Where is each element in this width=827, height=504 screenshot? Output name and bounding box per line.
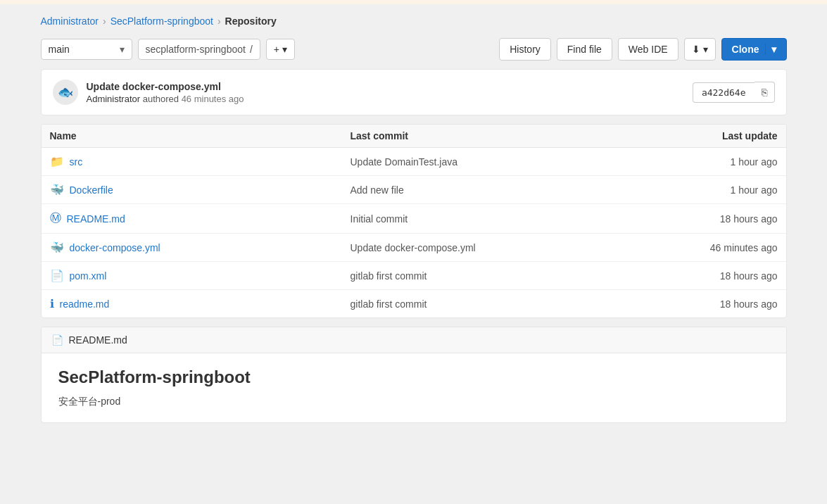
breadcrumb-current: Repository bbox=[225, 15, 277, 27]
file-update-time: 1 hour ago bbox=[651, 184, 778, 196]
table-row: ⓂREADME.mdInitial commit18 hours ago bbox=[42, 204, 786, 234]
commit-author: Administrator bbox=[87, 94, 141, 104]
clone-label: Clone bbox=[732, 44, 759, 55]
add-file-button[interactable]: + ▾ bbox=[266, 39, 295, 60]
commit-hash-area: a422d64e ⎘ bbox=[693, 82, 775, 103]
file-table: Name Last commit Last update 📁srcUpdate … bbox=[41, 124, 787, 318]
breadcrumb-sep2: › bbox=[217, 15, 221, 27]
file-type-icon: ℹ bbox=[50, 297, 54, 310]
readme-filename: README.md bbox=[69, 334, 127, 346]
file-commit-message: gitlab first commit bbox=[351, 270, 651, 282]
table-row: ℹreadme.mdgitlab first commit18 hours ag… bbox=[42, 290, 786, 317]
commit-meta: Administrator authored 46 minutes ago bbox=[87, 94, 244, 104]
file-name[interactable]: src bbox=[70, 156, 83, 168]
table-row: 📁srcUpdate DomainTest.java1 hour ago bbox=[42, 148, 786, 176]
file-commit-message: gitlab first commit bbox=[351, 298, 651, 310]
copy-hash-button[interactable]: ⎘ bbox=[755, 82, 775, 103]
add-chevron-icon: ▾ bbox=[282, 44, 287, 55]
col-name-header: Name bbox=[50, 130, 351, 141]
clone-chevron-icon: ▾ bbox=[765, 44, 776, 55]
find-file-button[interactable]: Find file bbox=[557, 38, 612, 61]
commit-time: 46 minutes ago bbox=[182, 94, 244, 104]
file-commit-message: Add new file bbox=[351, 184, 651, 196]
download-icon: ⬇ bbox=[692, 44, 700, 55]
table-row: 🐳docker-compose.ymlUpdate docker-compose… bbox=[42, 234, 786, 262]
history-button[interactable]: History bbox=[499, 38, 551, 61]
repo-path-name: secplatform-springboot bbox=[146, 44, 246, 55]
col-commit-header: Last commit bbox=[351, 130, 651, 141]
readme-header: 📄 README.md bbox=[42, 327, 786, 353]
file-name[interactable]: readme.md bbox=[60, 298, 110, 310]
repo-path: secplatform-springboot / bbox=[138, 39, 260, 60]
file-name-cell[interactable]: 📄pom.xml bbox=[50, 269, 351, 282]
branch-label: main bbox=[49, 44, 70, 55]
avatar: 🐟 bbox=[53, 80, 78, 105]
breadcrumb-project[interactable]: SecPlatform-springboot bbox=[111, 15, 213, 27]
page-container: Administrator › SecPlatform-springboot ›… bbox=[27, 4, 801, 434]
commit-message[interactable]: Update docker-compose.yml bbox=[87, 81, 244, 92]
file-update-time: 18 hours ago bbox=[651, 270, 778, 282]
breadcrumb-sep1: › bbox=[103, 15, 106, 27]
file-update-time: 46 minutes ago bbox=[651, 242, 778, 253]
avatar-icon-glyph: 🐟 bbox=[58, 84, 73, 100]
file-name-cell[interactable]: 🐳Dockerfile bbox=[50, 183, 351, 196]
table-row: 📄pom.xmlgitlab first commit18 hours ago bbox=[42, 262, 786, 290]
branch-chevron-icon: ▾ bbox=[120, 44, 125, 55]
repo-path-sep: / bbox=[250, 44, 253, 55]
table-row: 🐳DockerfileAdd new file1 hour ago bbox=[42, 176, 786, 204]
readme-body: SecPlatform-springboot 安全平台-prod bbox=[42, 353, 786, 422]
file-name[interactable]: docker-compose.yml bbox=[70, 242, 160, 253]
web-ide-button[interactable]: Web IDE bbox=[618, 38, 678, 61]
file-update-time: 18 hours ago bbox=[651, 213, 778, 225]
file-type-icon: 🐳 bbox=[50, 241, 64, 254]
branch-selector[interactable]: main ▾ bbox=[41, 39, 132, 60]
file-name-cell[interactable]: 📁src bbox=[50, 155, 351, 168]
file-type-icon: 📄 bbox=[50, 269, 64, 282]
file-rows: 📁srcUpdate DomainTest.java1 hour ago🐳Doc… bbox=[42, 148, 786, 317]
download-chevron-icon: ▾ bbox=[703, 44, 708, 55]
readme-title: SecPlatform-springboot bbox=[58, 367, 769, 387]
toolbar: main ▾ secplatform-springboot / + ▾ Hist… bbox=[41, 38, 787, 61]
file-type-icon: 🐳 bbox=[50, 183, 64, 196]
file-name-cell[interactable]: 🐳docker-compose.yml bbox=[50, 241, 351, 254]
breadcrumb-root[interactable]: Administrator bbox=[41, 15, 99, 27]
file-type-icon: Ⓜ bbox=[50, 211, 61, 226]
readme-panel: 📄 README.md SecPlatform-springboot 安全平台-… bbox=[41, 327, 787, 423]
clone-button[interactable]: Clone ▾ bbox=[721, 38, 787, 61]
file-commit-message: Initial commit bbox=[351, 213, 651, 225]
file-name-cell[interactable]: ℹreadme.md bbox=[50, 297, 351, 310]
commit-hash[interactable]: a422d64e bbox=[693, 82, 755, 103]
readme-description: 安全平台-prod bbox=[58, 396, 769, 408]
file-update-time: 18 hours ago bbox=[651, 298, 778, 310]
file-table-header: Name Last commit Last update bbox=[42, 125, 786, 148]
file-name-cell[interactable]: ⓂREADME.md bbox=[50, 211, 351, 226]
file-commit-message: Update docker-compose.yml bbox=[351, 242, 651, 253]
file-name[interactable]: README.md bbox=[67, 213, 125, 225]
readme-file-icon: 📄 bbox=[51, 334, 63, 346]
commit-info: Update docker-compose.yml Administrator … bbox=[87, 81, 244, 104]
file-commit-message: Update DomainTest.java bbox=[351, 156, 651, 168]
file-update-time: 1 hour ago bbox=[651, 156, 778, 168]
file-name[interactable]: pom.xml bbox=[70, 270, 107, 282]
commit-panel: 🐟 Update docker-compose.yml Administrato… bbox=[41, 69, 787, 115]
add-icon: + bbox=[274, 44, 279, 55]
commit-left: 🐟 Update docker-compose.yml Administrato… bbox=[53, 80, 244, 105]
download-button[interactable]: ⬇ ▾ bbox=[684, 38, 716, 61]
file-type-icon: 📁 bbox=[50, 155, 64, 168]
col-update-header: Last update bbox=[651, 130, 778, 141]
breadcrumb: Administrator › SecPlatform-springboot ›… bbox=[41, 15, 787, 27]
file-name[interactable]: Dockerfile bbox=[70, 184, 113, 196]
